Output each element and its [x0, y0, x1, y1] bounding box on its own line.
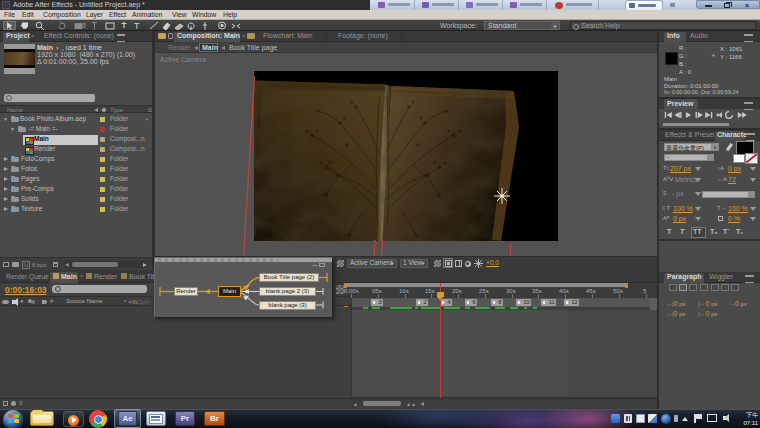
svg-text:T: T [134, 21, 140, 31]
